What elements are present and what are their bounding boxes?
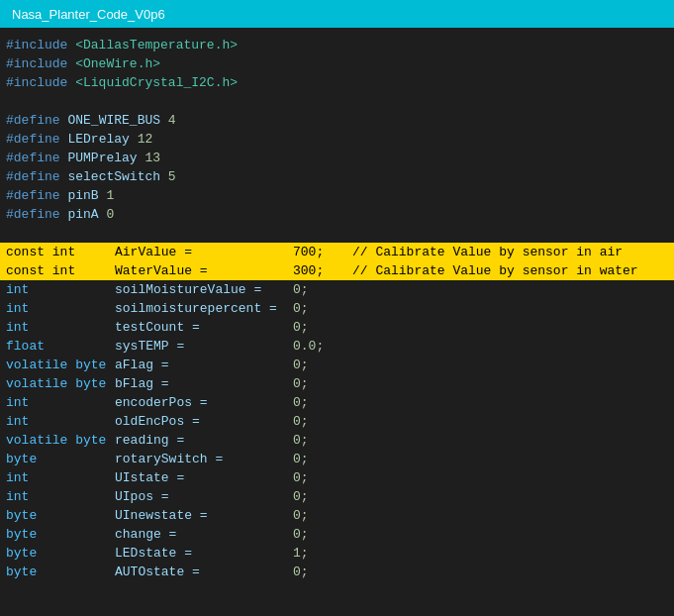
code-line: #include <LiquidCrystal_I2C.h>: [0, 73, 674, 92]
code-line: #define pinA 0: [0, 205, 674, 224]
code-line: float sysTEMP = 0.0;: [0, 337, 674, 356]
blank-line: [0, 224, 674, 243]
code-line: volatile byte aFlag = 0;: [0, 356, 674, 374]
code-line: int encoderPos = 0;: [0, 393, 674, 412]
code-line: int oldEncPos = 0;: [0, 412, 674, 431]
code-editor: #include <DallasTemperature.h> #include …: [0, 28, 674, 589]
code-line: #define selectSwitch 5: [0, 167, 674, 186]
code-line: volatile byte reading = 0;: [0, 431, 674, 450]
code-line: #define PUMPrelay 13: [0, 149, 674, 167]
highlighted-line-water: const int WaterValue = 300; // Calibrate…: [0, 261, 674, 280]
code-line: byte UInewstate = 0;: [0, 506, 674, 525]
code-line: byte rotarySwitch = 0;: [0, 450, 674, 468]
code-line: int soilMoistureValue = 0;: [0, 280, 674, 299]
code-line: byte change = 0;: [0, 525, 674, 544]
code-line: volatile byte bFlag = 0;: [0, 374, 674, 393]
blank-line: [0, 92, 674, 111]
code-line: #include <DallasTemperature.h>: [0, 36, 674, 54]
code-line: int testCount = 0;: [0, 318, 674, 337]
code-line: #define pinB 1: [0, 186, 674, 205]
title-bar: Nasa_Planter_Code_V0p6: [0, 0, 674, 28]
code-line: int UIstate = 0;: [0, 468, 674, 487]
code-line: #define LEDrelay 12: [0, 130, 674, 149]
highlighted-line-air: const int AirValue = 700; // Calibrate V…: [0, 243, 674, 261]
code-line: byte AUTOstate = 0;: [0, 563, 674, 581]
code-line: byte LEDstate = 1;: [0, 544, 674, 563]
code-line: int soilmoisturepercent = 0;: [0, 299, 674, 318]
tab-label: Nasa_Planter_Code_V0p6: [12, 7, 165, 22]
code-line: int UIpos = 0;: [0, 487, 674, 506]
code-line: #include <OneWire.h>: [0, 54, 674, 73]
code-line: #define ONE_WIRE_BUS 4: [0, 111, 674, 130]
